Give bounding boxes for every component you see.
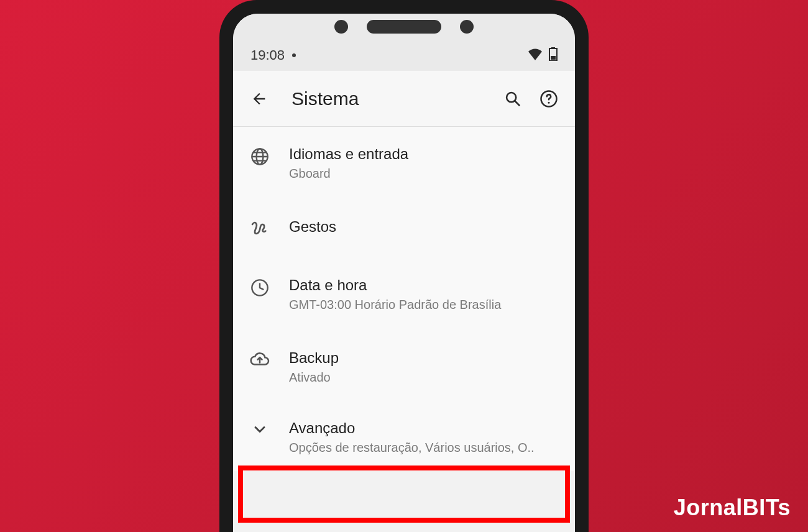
watermark-text: JornalBITs [674,495,791,521]
item-subtitle: Ativado [289,370,560,385]
item-subtitle: Gboard [289,167,560,181]
globe-icon [250,147,270,167]
svg-point-6 [548,101,550,103]
item-title: Backup [289,349,560,367]
svg-line-4 [515,101,520,105]
item-subtitle: Opções de restauração, Vários usuários, … [289,441,560,455]
phone-screen: 19:08 Sistema [233,14,575,532]
item-title: Data e hora [289,277,560,294]
item-title: Idiomas e entrada [289,145,560,163]
svg-rect-2 [551,56,556,60]
back-button[interactable] [244,84,274,114]
page-title: Sistema [280,88,492,109]
help-button[interactable] [534,84,564,114]
clock-icon [250,278,270,298]
settings-item-datetime[interactable]: Data e hora GMT-03:00 Horário Padrão de … [233,258,575,331]
item-title: Gestos [289,218,560,236]
chevron-down-icon [251,421,269,438]
phone-frame: 19:08 Sistema [219,0,589,532]
settings-item-backup[interactable]: Backup Ativado [233,331,575,403]
cloud-upload-icon [249,351,270,368]
settings-item-advanced[interactable]: Avançado Opções de restauração, Vários u… [233,403,575,471]
settings-list: Idiomas e entrada Gboard Gestos Data e h… [233,127,575,471]
search-icon [504,90,521,108]
wifi-icon [528,48,543,63]
battery-icon [549,47,558,63]
status-dot-icon [292,53,296,57]
highlight-box [238,466,570,523]
arrow-left-icon [250,90,268,108]
app-bar: Sistema [233,71,575,127]
phone-notch [334,20,474,34]
item-subtitle: GMT-03:00 Horário Padrão de Brasília [289,298,560,312]
search-button[interactable] [498,84,528,114]
settings-item-gestures[interactable]: Gestos [233,200,575,258]
item-title: Avançado [289,420,560,437]
gesture-icon [250,219,270,239]
help-icon [539,89,558,108]
settings-item-languages[interactable]: Idiomas e entrada Gboard [233,127,575,200]
watermark-logo: JornalBITs [674,495,791,521]
status-time: 19:08 [250,47,285,63]
